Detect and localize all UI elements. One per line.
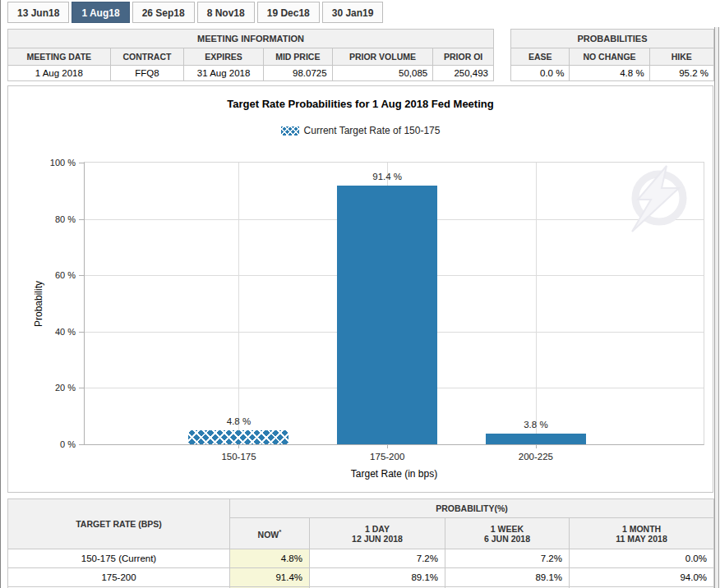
ytick-80 [79, 219, 85, 220]
chart-legend: Current Target Rate of 150-175 [8, 125, 713, 136]
meeting-info-header-row: MEETING DATE CONTRACT EXPIRES MID PRICE … [8, 48, 493, 66]
month-cell: 94.0% [570, 568, 714, 587]
week-cell: 89.1% [445, 568, 570, 587]
one-day-column-header: 1 DAY 12 JUN 2018 [310, 518, 445, 549]
ease-header: EASE [511, 48, 570, 65]
prior-volume-header: PRIOR VOLUME [333, 48, 434, 65]
prior-oi-value: 250,493 [433, 66, 493, 80]
vertical-scrollbar[interactable] [714, 27, 719, 588]
week-cell: 7.2% [445, 549, 570, 568]
probability-chart-panel: Target Rate Probabilities for 1 Aug 2018… [7, 85, 713, 493]
meeting-date-header: MEETING DATE [8, 48, 111, 65]
no-change-header: NO CHANGE [570, 48, 649, 65]
bar-chart-plot-area: 100 % 80 % 60 % 40 % 20 % 0 % 4.8 % 91.4… [84, 162, 704, 445]
bar-value-label: 4.8 % [227, 416, 251, 426]
day-cell: 89.1% [310, 568, 445, 587]
x-axis-title: Target Rate (in bps) [85, 468, 704, 480]
ytick-label-100: 100 % [50, 158, 76, 168]
meeting-date-value: 1 Aug 2018 [8, 66, 111, 80]
one-month-column-header: 1 MONTH 11 MAY 2018 [570, 518, 714, 549]
month-cell: 0.0% [570, 549, 714, 568]
probabilities-header-row: EASE NO CHANGE HIKE [511, 48, 713, 66]
ytick-label-0: 0 % [60, 439, 76, 449]
tab-8-nov18[interactable]: 8 Nov18 [197, 2, 255, 23]
category-label-200-225: 200-225 [519, 452, 553, 462]
tab-19-dec18[interactable]: 19 Dec18 [257, 2, 320, 23]
bar-150-175 [188, 430, 288, 444]
ytick-label-60: 60 % [55, 270, 76, 280]
ease-value: 0.0 % [511, 66, 570, 80]
xtick-cat-1 [238, 444, 239, 448]
mid-price-header: MID PRICE [264, 48, 333, 65]
tab-30-jan19[interactable]: 30 Jan19 [322, 2, 384, 23]
bar-group-150-175: 4.8 % [188, 163, 288, 444]
probabilities-panel: PROBABILITIES EASE NO CHANGE HIKE 0.0 % … [510, 29, 714, 81]
ytick-label-80: 80 % [55, 214, 76, 224]
rate-cell: 150-175 (Current) [8, 549, 230, 568]
meeting-information-title: MEETING INFORMATION [8, 30, 493, 48]
expires-header: EXPIRES [184, 48, 264, 65]
ytick-label-40: 40 % [55, 327, 76, 337]
bar-value-label: 3.8 % [524, 420, 547, 430]
chart-title: Target Rate Probabilities for 1 Aug 2018… [8, 98, 713, 110]
table-row-175-200: 175-200 91.4% 89.1% 89.1% 94.0% [8, 568, 714, 587]
meeting-date-tabbar: 13 Jun18 1 Aug18 26 Sep18 8 Nov18 19 Dec… [7, 2, 383, 24]
ytick-0 [79, 444, 85, 445]
contract-value: FFQ8 [111, 66, 185, 80]
now-cell: 4.8% [230, 549, 310, 568]
fedwatch-tool-page: 13 Jun18 1 Aug18 26 Sep18 8 Nov18 19 Dec… [0, 0, 720, 588]
hike-value: 95.2 % [650, 66, 713, 80]
xtick-cat-2 [387, 444, 388, 448]
table-row-150-175: 150-175 (Current) 4.8% 7.2% 7.2% 0.0% [8, 549, 714, 568]
meeting-information-panel: MEETING INFORMATION MEETING DATE CONTRAC… [7, 29, 494, 81]
now-cell: 91.4% [230, 568, 310, 587]
ytick-label-20: 20 % [55, 383, 76, 393]
ytick-40 [79, 332, 85, 333]
no-change-value: 4.8 % [570, 66, 649, 80]
tab-26-sep18[interactable]: 26 Sep18 [132, 2, 195, 23]
prior-oi-header: PRIOR OI [433, 48, 493, 65]
ytick-100 [79, 163, 85, 163]
bar-group-200-225: 3.8 % [486, 163, 586, 444]
bar-175-200 [337, 186, 437, 444]
expires-value: 31 Aug 2018 [184, 66, 264, 80]
mid-price-value: 98.0725 [264, 66, 333, 80]
target-rate-bps-header: TARGET RATE (BPS) [8, 499, 230, 549]
ytick-20 [79, 388, 85, 388]
now-column-header: NOW* [230, 518, 310, 549]
day-cell: 7.2% [310, 549, 445, 568]
probability-history-table: TARGET RATE (BPS) PROBABILITY(%) NOW* 1 … [7, 498, 714, 588]
one-week-column-header: 1 WEEK 6 JUN 2018 [445, 518, 570, 549]
bar-200-225 [486, 434, 586, 444]
tab-1-aug18[interactable]: 1 Aug18 [72, 2, 129, 23]
prior-volume-value: 50,085 [333, 66, 434, 80]
probabilities-value-row: 0.0 % 4.8 % 95.2 % [511, 66, 713, 80]
legend-label: Current Target Rate of 150-175 [304, 125, 441, 136]
now-asterisk: * [279, 528, 281, 535]
contract-header: CONTRACT [111, 48, 185, 65]
bar-group-175-200: 91.4 % [337, 163, 437, 444]
category-label-175-200: 175-200 [370, 452, 404, 462]
ytick-60 [79, 275, 85, 276]
probabilities-title: PROBABILITIES [511, 30, 713, 48]
hatched-swatch-icon [281, 126, 299, 136]
meeting-info-value-row: 1 Aug 2018 FFQ8 31 Aug 2018 98.0725 50,0… [8, 66, 493, 80]
tab-13-jun18[interactable]: 13 Jun18 [7, 2, 69, 23]
y-axis-title: Probability [33, 280, 44, 326]
probability-group-header: PROBABILITY(%) [230, 499, 714, 518]
bar-value-label: 91.4 % [372, 172, 402, 181]
category-label-150-175: 150-175 [221, 452, 256, 462]
xtick-cat-3 [536, 444, 537, 448]
rate-cell: 175-200 [8, 568, 230, 587]
provider-watermark-logo [615, 165, 697, 232]
hike-header: HIKE [650, 48, 713, 65]
